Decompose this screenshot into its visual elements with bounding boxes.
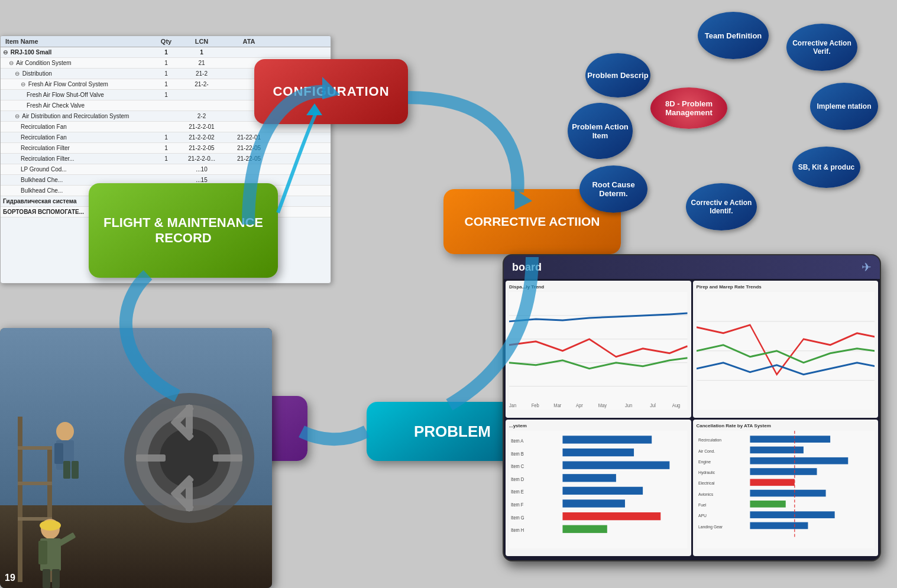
svg-rect-81 [43,569,50,588]
row-ata-cell: 21-22-05 [225,145,273,151]
bubble-sb-kit: SB, Kit & produc [792,147,860,188]
bubble-problem-descrip: Problem Descrip [585,53,650,98]
row-name-cell: Recirculation Fan [1,124,154,130]
expand-icon[interactable]: ⊖ [9,60,14,66]
svg-text:May: May [598,402,607,408]
row-ata-cell: 21-22-05 [225,155,273,162]
row-name-cell: Recirculation Filter [1,145,154,151]
svg-text:Item F: Item F [511,502,523,507]
problem-label: PROBLEM [414,423,491,441]
row-lcn-cell: 21-2-2-0... [178,155,225,162]
bubble-implementation: Impleme ntation [810,83,878,130]
row-qty-cell: 1 [154,70,178,77]
svg-rect-43 [750,522,808,529]
row-name-cell: Bulkhead Che... [1,177,154,183]
expand-icon[interactable]: ⊖ [3,49,8,56]
svg-rect-37 [750,457,848,464]
expand-icon[interactable]: ⊖ [15,70,20,77]
maintenance-photo-svg [0,328,272,588]
row-lcn-cell: 21-2- [178,81,225,87]
spreadsheet-header: Item Name Qty LCN ATA [1,36,331,47]
row-name-cell: Recirculation Filter... [1,155,154,162]
svg-rect-71 [18,482,52,485]
row-lcn-cell: 1 [178,49,225,56]
chart-pirep: Pirep and Marep Rate Trends [693,281,879,418]
svg-rect-68 [18,417,22,582]
svg-rect-22 [562,486,643,494]
svg-text:Recirculation: Recirculation [698,438,721,443]
svg-text:Item D: Item D [511,476,524,482]
col-header-lcn: LCN [178,38,225,45]
corrective-action-label: CORRECTIVE ACTIION [464,215,600,229]
row-ata-cell: 21-22-01 [225,134,273,141]
row-lcn-cell: 2-2 [178,113,225,119]
table-row: LP Ground Cod......10 [1,164,331,175]
flight-maintenance-box[interactable]: FLIGHT & MAINTENANCE RECORD [89,183,278,278]
chart-cancellation-title: Cancellation Rate by ATA System [697,423,875,428]
cluster-center-8d: 8D - Problem Management [650,87,727,129]
chart-cancellation-area: Recirculation Air Cond. Engine Hydraulic… [697,431,875,549]
expand-icon[interactable]: ⊖ [21,81,25,87]
svg-text:Item E: Item E [511,489,524,495]
chart-system-area: Item A Item B Item C Item D Item E Item … [509,431,688,549]
svg-text:Feb: Feb [532,402,539,408]
plane-icon: ✈ [862,260,872,274]
dashboard-header: board ✈ [504,255,880,279]
row-name-cell: ⊖ Fresh Air Flow Control System [1,81,154,87]
svg-rect-75 [54,443,63,464]
row-qty-cell: 1 [154,92,178,98]
svg-point-84 [40,520,61,531]
chart-dispatch-area: Jan Feb Mar Apr May Jun Jul Aug [509,292,688,410]
configuration-box[interactable]: CONFIGURATION [254,59,408,124]
svg-text:Jul: Jul [650,402,656,408]
svg-rect-39 [750,479,794,486]
svg-text:Jun: Jun [625,402,632,408]
flight-maintenance-label: FLIGHT & MAINTENANCE RECORD [95,215,272,246]
svg-text:Landing Gear: Landing Gear [698,524,723,529]
svg-rect-23 [562,499,625,507]
configuration-label: CONFIGURATION [273,84,389,99]
chart-pirep-title: Pirep and Marep Rate Trends [697,284,875,290]
row-name-cell: ⊖ Air Distribution and Recirculation Sys… [1,113,154,119]
row-lcn-cell: ...10 [178,166,225,173]
svg-rect-25 [562,525,607,532]
bubble-root-cause: Root Cause Determ. [579,165,647,213]
svg-text:Item C: Item C [511,463,524,469]
chart-dispatch-title: Dispa...ly Trend [509,284,688,290]
dashboard-panel[interactable]: board ✈ Dispa...ly Trend [503,254,881,561]
row-lcn-cell: 21-2-2-01 [178,124,225,130]
bubble-corrective-action-identif: Correctiv e Action Identif. [686,183,757,230]
table-row: Recirculation Filter121-2-2-0521-22-05 [1,143,331,154]
svg-text:Item B: Item B [511,451,524,456]
svg-text:Item G: Item G [511,515,524,520]
bubble-team-definition: Team Definition [698,12,769,59]
svg-text:Engine: Engine [698,459,711,464]
row-lcn-cell: 21-2-2-05 [178,145,225,151]
svg-rect-21 [562,474,616,482]
col-header-qty: Qty [154,38,178,45]
expand-icon[interactable]: ⊖ [15,113,20,119]
photo-maintenance: 19 [0,328,272,588]
svg-rect-19 [562,448,634,456]
svg-text:Item A: Item A [511,438,524,443]
svg-rect-62 [136,454,166,462]
row-name-cell: LP Ground Cod... [1,166,154,173]
bubble-problem-action: Problem Action Item [568,103,633,159]
dashboard-grid: Dispa...ly Trend Jan [504,279,880,558]
row-name-cell: Fresh Air Flow Shut-Off Valve [1,92,154,98]
row-name-cell: ⊖ Distribution [1,70,154,77]
row-lcn-cell: 21-2 [178,70,225,77]
svg-rect-63 [213,454,242,462]
svg-rect-41 [750,501,785,508]
svg-rect-42 [750,511,834,518]
svg-text:Apr: Apr [576,402,583,408]
row-lcn-cell: ...15 [178,177,225,183]
page-number: 19 [5,573,15,583]
row-name-cell: Fresh Air Check Valve [1,102,154,109]
chart-system: ...ystem Item A Item B Item C [506,420,691,557]
table-row: ⊖ RRJ-100 Small11 [1,47,331,58]
row-lcn-cell: 21-2-2-02 [178,134,225,141]
svg-text:Aug: Aug [672,402,680,408]
row-qty-cell: 1 [154,134,178,141]
col-header-name: Item Name [1,38,154,45]
